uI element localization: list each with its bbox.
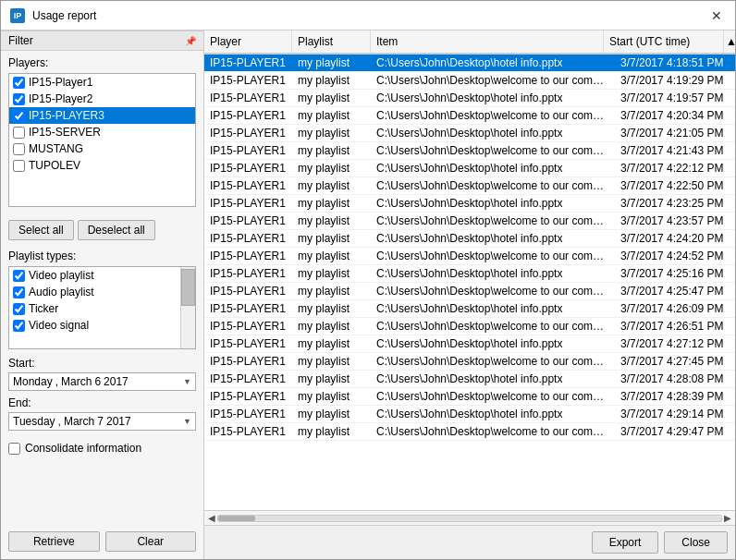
player-list[interactable]: IP15-Player1IP15-Player2IP15-PLAYER3IP15… [8, 73, 196, 207]
playlist-type-checkbox[interactable] [13, 270, 25, 282]
table-header: Player Playlist Item Start (UTC time) ▲ [204, 30, 735, 55]
playlist-type-checkbox[interactable] [13, 320, 25, 332]
start-dropdown-arrow[interactable]: ▼ [183, 377, 191, 386]
player-checkbox[interactable] [13, 110, 25, 122]
end-dropdown-arrow[interactable]: ▼ [183, 417, 191, 426]
table-row[interactable]: IP15-PLAYER1my playlistC:\Users\John\Des… [204, 230, 735, 248]
scroll-right-arrow[interactable]: ▶ [722, 513, 733, 523]
col-playlist[interactable]: Playlist [292, 30, 371, 53]
start-day: Monday [13, 375, 53, 388]
table-row[interactable]: IP15-PLAYER1my playlistC:\Users\John\Des… [204, 160, 735, 177]
window-close-button[interactable]: ✕ [707, 6, 726, 25]
col-start[interactable]: Start (UTC time) [604, 30, 724, 53]
main-content: Filter 📌 Players: IP15-Player1IP15-Playe… [1, 30, 735, 559]
title-bar-left: IP Usage report [10, 8, 96, 23]
table-cell-playlist: my playlist [292, 318, 371, 335]
playlist-type-checkbox[interactable] [13, 303, 25, 315]
retrieve-button[interactable]: Retrieve [8, 531, 100, 552]
player-item[interactable]: IP15-SERVER [9, 124, 195, 140]
select-all-button[interactable]: Select all [8, 220, 74, 240]
table-cell-player: IP15-PLAYER1 [204, 388, 292, 405]
deselect-all-button[interactable]: Deselect all [78, 220, 155, 240]
table-cell-player: IP15-PLAYER1 [204, 55, 292, 71]
table-row[interactable]: IP15-PLAYER1my playlistC:\Users\John\Des… [204, 318, 735, 335]
table-row[interactable]: IP15-PLAYER1my playlistC:\Users\John\Des… [204, 90, 735, 107]
table-row[interactable]: IP15-PLAYER1my playlistC:\Users\John\Des… [204, 177, 735, 195]
playlist-type-item[interactable]: Ticker [9, 300, 180, 317]
playlist-type-name: Ticker [29, 302, 58, 315]
consolidate-label: Consolidate information [25, 442, 141, 455]
scroll-left-arrow[interactable]: ◀ [206, 513, 217, 523]
table-row[interactable]: IP15-PLAYER1my playlistC:\Users\John\Des… [204, 142, 735, 160]
table-cell-player: IP15-PLAYER1 [204, 230, 292, 247]
table-cell-start: 3/7/2017 4:23:25 PM [615, 195, 735, 212]
player-item[interactable]: MUSTANG [9, 140, 195, 157]
player-checkbox[interactable] [13, 93, 25, 105]
table-cell-start: 3/7/2017 4:24:20 PM [615, 230, 735, 247]
player-item[interactable]: TUPOLEV [9, 157, 195, 174]
table-cell-item: C:\Users\John\Desktop\hotel info.pptx [371, 335, 615, 352]
end-month: March [64, 415, 94, 428]
table-body[interactable]: IP15-PLAYER1my playlistC:\Users\John\Des… [204, 55, 735, 510]
table-cell-start: 3/7/2017 4:29:47 PM [615, 423, 735, 440]
end-year: 2017 [106, 415, 131, 428]
scrollbar-thumb[interactable] [218, 516, 255, 521]
playlist-type-item[interactable]: Video signal [9, 317, 180, 334]
table-row[interactable]: IP15-PLAYER1my playlistC:\Users\John\Des… [204, 213, 735, 230]
clear-button[interactable]: Clear [105, 531, 197, 552]
col-sort-indicator: ▲ [724, 30, 735, 53]
table-row[interactable]: IP15-PLAYER1my playlistC:\Users\John\Des… [204, 406, 735, 423]
table-cell-playlist: my playlist [292, 195, 371, 212]
pin-icon[interactable]: 📌 [185, 36, 196, 46]
table-cell-player: IP15-PLAYER1 [204, 318, 292, 335]
table-row[interactable]: IP15-PLAYER1my playlistC:\Users\John\Des… [204, 423, 735, 441]
playlist-type-item[interactable]: Audio playlist [9, 284, 180, 300]
table-cell-playlist: my playlist [292, 90, 371, 106]
table-row[interactable]: IP15-PLAYER1my playlistC:\Users\John\Des… [204, 388, 735, 406]
player-checkbox[interactable] [13, 160, 25, 172]
table-cell-item: C:\Users\John\Desktop\hotel info.pptx [371, 160, 615, 177]
table-row[interactable]: IP15-PLAYER1my playlistC:\Users\John\Des… [204, 335, 735, 353]
end-date: 7 [97, 415, 104, 428]
player-item[interactable]: IP15-Player1 [9, 74, 195, 91]
table-cell-playlist: my playlist [292, 335, 371, 352]
close-button[interactable]: Close [664, 531, 728, 554]
playlist-type-name: Video playlist [29, 269, 94, 282]
end-date-picker[interactable]: Tuesday , March 7 2017 ▼ [8, 412, 196, 431]
table-cell-playlist: my playlist [292, 353, 371, 370]
horizontal-scrollbar[interactable]: ◀ ▶ [204, 510, 735, 525]
table-row[interactable]: IP15-PLAYER1my playlistC:\Users\John\Des… [204, 55, 735, 72]
table-row[interactable]: IP15-PLAYER1my playlistC:\Users\John\Des… [204, 107, 735, 125]
table-cell-playlist: my playlist [292, 107, 371, 124]
table-cell-player: IP15-PLAYER1 [204, 335, 292, 352]
player-item[interactable]: IP15-Player2 [9, 91, 195, 107]
table-row[interactable]: IP15-PLAYER1my playlistC:\Users\John\Des… [204, 125, 735, 142]
table-cell-start: 3/7/2017 4:26:09 PM [615, 300, 735, 317]
table-row[interactable]: IP15-PLAYER1my playlistC:\Users\John\Des… [204, 353, 735, 371]
table-cell-item: C:\Users\John\Desktop\welcome to our com… [371, 283, 615, 299]
table-row[interactable]: IP15-PLAYER1my playlistC:\Users\John\Des… [204, 371, 735, 388]
player-checkbox[interactable] [13, 127, 25, 139]
table-cell-start: 3/7/2017 4:24:52 PM [615, 248, 735, 264]
table-row[interactable]: IP15-PLAYER1my playlistC:\Users\John\Des… [204, 248, 735, 265]
player-item[interactable]: IP15-PLAYER3 [9, 107, 195, 124]
table-row[interactable]: IP15-PLAYER1my playlistC:\Users\John\Des… [204, 195, 735, 213]
col-player[interactable]: Player [204, 30, 292, 53]
player-checkbox[interactable] [13, 77, 25, 89]
playlist-type-item[interactable]: Video playlist [9, 267, 180, 284]
table-cell-playlist: my playlist [292, 160, 371, 177]
table-row[interactable]: IP15-PLAYER1my playlistC:\Users\John\Des… [204, 72, 735, 90]
table-cell-start: 3/7/2017 4:19:29 PM [615, 72, 735, 89]
table-cell-playlist: my playlist [292, 177, 371, 194]
table-row[interactable]: IP15-PLAYER1my playlistC:\Users\John\Des… [204, 300, 735, 318]
players-label: Players: [8, 56, 196, 69]
col-item[interactable]: Item [371, 30, 604, 53]
start-date-picker[interactable]: Monday , March 6 2017 ▼ [8, 372, 196, 391]
player-checkbox[interactable] [13, 143, 25, 155]
consolidate-checkbox[interactable] [8, 443, 20, 455]
export-button[interactable]: Export [592, 531, 659, 554]
table-row[interactable]: IP15-PLAYER1my playlistC:\Users\John\Des… [204, 283, 735, 300]
playlist-type-checkbox[interactable] [13, 286, 25, 298]
table-cell-item: C:\Users\John\Desktop\welcome to our com… [371, 248, 615, 264]
table-row[interactable]: IP15-PLAYER1my playlistC:\Users\John\Des… [204, 265, 735, 283]
